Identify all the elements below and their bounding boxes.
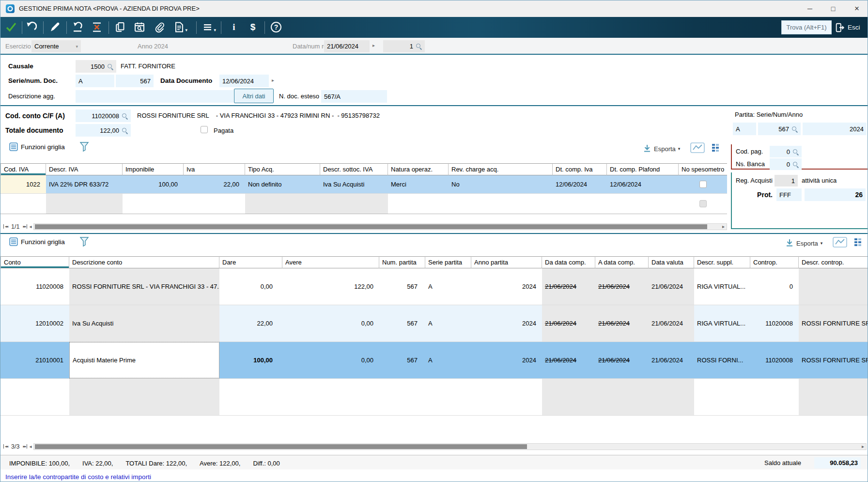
last-page-button[interactable]: ▸▸ bbox=[22, 224, 27, 229]
grid-functions-button[interactable]: Funzioni griglia bbox=[21, 143, 65, 151]
date-step-icon[interactable]: ▸ bbox=[372, 43, 375, 48]
copy-button[interactable] bbox=[112, 19, 128, 35]
column-header[interactable]: Da data comp. bbox=[542, 256, 595, 268]
export-button[interactable]: Esporta ▾ bbox=[643, 144, 680, 154]
column-header[interactable]: Natura operaz. bbox=[388, 163, 449, 175]
causale-field[interactable]: 1500 bbox=[76, 60, 116, 73]
last-page-button[interactable]: ▸▸ bbox=[22, 444, 27, 449]
column-header[interactable]: Descr. IVA bbox=[46, 163, 123, 175]
undo-button[interactable] bbox=[23, 19, 39, 35]
column-header[interactable]: Descr. controp. bbox=[799, 256, 868, 268]
horizontal-scrollbar[interactable]: ▸ bbox=[33, 223, 727, 230]
search-icon[interactable] bbox=[792, 149, 799, 155]
filter-funnel-icon[interactable] bbox=[79, 141, 89, 152]
attachments-button[interactable] bbox=[151, 19, 168, 35]
filter-funnel-icon[interactable] bbox=[79, 236, 89, 247]
cod-pag-field[interactable]: 0 bbox=[770, 146, 802, 157]
calendar-search-button[interactable] bbox=[131, 19, 148, 35]
cod-conto-field[interactable]: 11020008 bbox=[76, 109, 131, 122]
column-header[interactable]: No spesometro bbox=[679, 163, 727, 175]
confirm-button[interactable] bbox=[3, 19, 19, 35]
column-header[interactable]: Imponibile bbox=[123, 163, 184, 175]
column-header[interactable]: Dare bbox=[219, 256, 282, 268]
column-header[interactable]: Avere bbox=[282, 256, 379, 268]
column-header[interactable]: Descr. suppl. bbox=[694, 256, 750, 268]
column-header[interactable]: Serie partita bbox=[425, 256, 471, 268]
exit-button[interactable]: Esci bbox=[835, 21, 860, 34]
serie-doc-field[interactable]: A bbox=[76, 75, 114, 87]
num-doc-field[interactable]: 567 bbox=[116, 75, 154, 87]
totale-documento-field[interactable]: 122,00 bbox=[76, 124, 131, 137]
reg-acquisti-field[interactable]: 1 bbox=[775, 175, 798, 187]
scroll-left-icon[interactable]: ◂ bbox=[27, 224, 33, 229]
search-icon[interactable] bbox=[791, 126, 798, 132]
column-header[interactable]: Dt. comp. Plafond bbox=[607, 163, 679, 175]
grid-view-icon[interactable] bbox=[712, 143, 722, 152]
partita-serie-field[interactable]: A bbox=[733, 123, 756, 135]
currency-button[interactable]: $ bbox=[245, 19, 261, 35]
first-page-button[interactable]: ◂◂ bbox=[3, 444, 9, 449]
column-header[interactable]: Descrizione conto bbox=[69, 256, 219, 268]
partita-num-field[interactable]: 567 bbox=[758, 123, 801, 135]
data-reg-field[interactable]: 21/06/2024 bbox=[324, 40, 370, 52]
date-step-icon[interactable]: ▸ bbox=[272, 78, 274, 83]
close-button[interactable]: × bbox=[845, 0, 868, 17]
column-header[interactable]: Descr. sottoc. IVA bbox=[320, 163, 388, 175]
help-button[interactable]: ? bbox=[268, 19, 284, 35]
ns-banca-field[interactable]: 0 bbox=[770, 158, 802, 170]
edit-button[interactable] bbox=[46, 19, 63, 35]
column-header[interactable]: A data comp. bbox=[595, 256, 649, 268]
esercizio-select[interactable]: Corrente ▾ bbox=[31, 40, 81, 52]
partita-anno-field[interactable]: 2024 bbox=[803, 123, 867, 135]
table-row[interactable]: 11020008 ROSSI FORNITURE SRL - VIA FRANC… bbox=[0, 268, 868, 305]
prot-num-field[interactable]: 26 bbox=[805, 188, 866, 201]
chart-view-icon[interactable] bbox=[833, 237, 847, 248]
column-header[interactable]: Conto bbox=[0, 256, 69, 268]
altri-dati-button[interactable]: Altri dati bbox=[234, 89, 274, 103]
column-header[interactable]: Iva bbox=[184, 163, 245, 175]
maximize-button[interactable]: □ bbox=[822, 0, 844, 17]
scroll-left-icon[interactable]: ◂ bbox=[27, 444, 33, 449]
scroll-right-icon[interactable]: ▸ bbox=[860, 444, 866, 449]
first-page-button[interactable]: ◂◂ bbox=[3, 224, 9, 229]
info-button[interactable]: i bbox=[226, 19, 242, 35]
table-row[interactable] bbox=[0, 194, 727, 214]
column-header[interactable]: Anno partita bbox=[471, 256, 542, 268]
column-header[interactable]: Rev. charge acq. bbox=[449, 163, 553, 175]
export-button[interactable]: Esporta ▾ bbox=[785, 238, 822, 248]
column-header[interactable]: Tipo Acq. bbox=[245, 163, 320, 175]
grid-view-icon[interactable] bbox=[854, 238, 865, 247]
n-doc-esteso-field[interactable]: 567/A bbox=[321, 90, 387, 103]
pagata-checkbox[interactable] bbox=[201, 126, 208, 133]
data-documento-field[interactable]: 12/06/2024 bbox=[219, 75, 269, 87]
column-header[interactable]: Dt. comp. Iva bbox=[553, 163, 607, 175]
prot-serie-field[interactable]: FFF bbox=[776, 188, 802, 201]
table-row[interactable]: 21010001 Acquisti Materie Prime 100,00 0… bbox=[0, 342, 868, 379]
horizontal-scrollbar[interactable]: ▸ bbox=[33, 443, 867, 450]
search-icon[interactable] bbox=[122, 113, 128, 119]
scrollbar-thumb[interactable] bbox=[35, 444, 527, 449]
column-header[interactable]: Num. partita bbox=[379, 256, 425, 268]
num-reg-field[interactable]: 1 bbox=[383, 40, 425, 52]
revert-row-button[interactable] bbox=[69, 19, 86, 35]
chart-view-icon[interactable] bbox=[690, 142, 705, 153]
scrollbar-thumb[interactable] bbox=[35, 224, 707, 229]
table-row[interactable] bbox=[0, 379, 868, 416]
descrizione-agg-field[interactable] bbox=[76, 90, 233, 103]
table-row[interactable]: 12010002 Iva Su Acquisti 22,00 0,00 567 … bbox=[0, 305, 868, 342]
no-spesometro-checkbox[interactable] bbox=[699, 181, 707, 188]
editing-cell[interactable]: Acquisti Materie Prime bbox=[69, 342, 219, 378]
search-icon[interactable] bbox=[122, 127, 128, 134]
table-row[interactable]: 1022 IVA 22% DPR 633/72 100,00 22,00 Non… bbox=[0, 175, 727, 194]
column-header[interactable]: Data valuta bbox=[649, 256, 694, 268]
document-menu-button[interactable]: ▾ bbox=[171, 19, 187, 35]
minimize-button[interactable]: ─ bbox=[799, 0, 821, 17]
grid-functions-button[interactable]: Funzioni griglia bbox=[21, 238, 65, 246]
scroll-right-icon[interactable]: ▸ bbox=[720, 224, 727, 229]
column-header[interactable]: Cod. IVA bbox=[0, 163, 46, 175]
find-button[interactable]: Trova (Alt+F1) bbox=[781, 20, 832, 34]
menu-button[interactable]: ▾ bbox=[200, 19, 216, 35]
search-icon[interactable] bbox=[107, 63, 113, 70]
search-icon[interactable] bbox=[792, 161, 799, 168]
delete-row-button[interactable] bbox=[89, 19, 105, 35]
